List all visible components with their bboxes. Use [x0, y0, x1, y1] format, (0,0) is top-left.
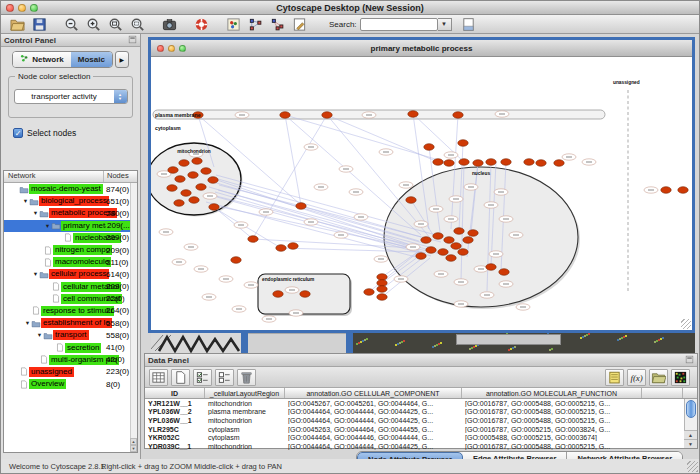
scrollbar-thumb[interactable] — [686, 400, 696, 418]
tree-row-nucleobase-[interactable]: nucleobase-209(0) — [4, 232, 137, 244]
column-header-id[interactable]: ID — [145, 388, 205, 398]
minimize-button[interactable] — [168, 45, 175, 52]
network-node[interactable] — [377, 280, 387, 287]
tree-row-nitrogen-compo[interactable]: nitrogen compo209(0) — [4, 244, 137, 256]
tree-row-multi-organism-pro[interactable]: multi-organism pro42(0) — [4, 354, 137, 366]
network-node[interactable] — [322, 112, 332, 119]
tree-row-biological-process[interactable]: ▼biological_process651(0) — [4, 195, 137, 207]
network-view-window[interactable]: primary metabolic process plasma membran… — [148, 37, 695, 333]
network-node[interactable] — [501, 159, 511, 166]
network-node[interactable] — [433, 159, 443, 166]
network-node[interactable] — [300, 291, 310, 298]
table-scrollbar[interactable]: ▲ ▼ — [684, 399, 697, 448]
network-node[interactable] — [208, 177, 218, 184]
app-resize-grip[interactable] — [687, 461, 698, 472]
function-builder-button[interactable]: f(x) — [627, 369, 646, 386]
tree-col-nodes[interactable]: Nodes — [104, 171, 137, 182]
zoom-button[interactable] — [30, 4, 38, 12]
disclosure-triangle-icon[interactable]: ▼ — [22, 198, 29, 204]
network-node[interactable] — [554, 160, 564, 167]
network-node[interactable] — [168, 167, 178, 174]
network-node[interactable] — [192, 158, 202, 165]
network-node[interactable] — [416, 253, 426, 260]
float-panel-icon[interactable] — [685, 355, 694, 366]
network-node[interactable] — [536, 160, 546, 167]
network-node[interactable] — [296, 203, 306, 210]
network-node[interactable] — [444, 160, 454, 167]
annotation-button[interactable] — [289, 16, 309, 33]
disclosure-triangle-icon[interactable]: ▼ — [32, 271, 39, 277]
background-window-1[interactable] — [151, 333, 241, 354]
tree-row-cellular-process[interactable]: ▼cellular process614(0) — [4, 268, 137, 280]
network-node[interactable] — [438, 249, 448, 256]
unselect-attributes-button[interactable] — [215, 369, 234, 386]
network-node[interactable] — [468, 230, 478, 237]
tree-row-secretion[interactable]: secretion41(0) — [4, 341, 137, 353]
network-node[interactable] — [377, 286, 387, 293]
network-node[interactable] — [454, 228, 464, 235]
tree-row-response-to-stimulu[interactable]: response to stimulu264(0) — [4, 305, 137, 317]
tab-network-attribute-browser[interactable]: Network Attribute Browser — [567, 452, 682, 459]
network-window-titlebar[interactable]: primary metabolic process — [151, 40, 692, 57]
network-node[interactable] — [458, 249, 468, 256]
tree-row-establishment-of-lo[interactable]: ▼establishment of lo558(0) — [4, 317, 137, 329]
network-node[interactable] — [273, 291, 283, 298]
table-row-ykr052c[interactable]: YKR052Ccytoplasm[GO:0044464, GO:0044446,… — [145, 433, 697, 442]
network-node[interactable] — [524, 159, 534, 166]
import-attributes-button[interactable] — [649, 369, 668, 386]
network-node[interactable] — [661, 187, 671, 194]
select-nodes-checkbox[interactable]: ✓ — [13, 128, 23, 138]
network-node[interactable] — [451, 243, 461, 250]
zoom-in-button[interactable] — [83, 16, 103, 33]
layout-grid-button[interactable] — [245, 16, 265, 33]
close-button[interactable] — [157, 45, 164, 52]
tab-network[interactable]: Network — [13, 52, 71, 67]
tree-row-transport[interactable]: ▼transport558(0) — [4, 329, 137, 341]
network-node[interactable] — [446, 255, 456, 262]
node-color-dropdown[interactable]: transporter activity ▲▼ — [14, 89, 128, 104]
tree-row-primary-metabo[interactable]: ▼primary metabo209(... — [4, 220, 137, 232]
tree-row-metabolic-process[interactable]: ▼metabolic process280(0) — [4, 207, 137, 219]
search-input[interactable] — [360, 18, 438, 31]
column-header-region[interactable]: _cellularLayoutRegion — [205, 388, 285, 398]
network-node[interactable] — [426, 247, 436, 254]
network-node[interactable] — [209, 204, 219, 211]
tree-row-macromolecule[interactable]: macromolecule311(0) — [4, 256, 137, 268]
vizmapper-button[interactable] — [223, 16, 243, 33]
network-node[interactable] — [175, 176, 185, 183]
tree-col-network[interactable]: Network — [4, 171, 104, 182]
table-row-ydr039c__1[interactable]: YDR039C__1mitochondrion[GO:0044464, GO:0… — [145, 442, 697, 451]
tree-row-cell-communicat[interactable]: cell communicat22(0) — [4, 293, 137, 305]
tab-edge-attribute-browser[interactable]: Edge Attribute Browser — [463, 452, 567, 459]
network-node[interactable] — [678, 187, 688, 194]
attribute-editor-button[interactable] — [605, 369, 624, 386]
help-button[interactable] — [191, 16, 211, 33]
network-node[interactable] — [188, 172, 198, 179]
network-node[interactable] — [499, 269, 509, 276]
attribute-matrix-button[interactable] — [671, 369, 690, 386]
zoom-out-button[interactable] — [61, 16, 81, 33]
network-graph[interactable]: plasma membranecytoplasmmitochondrionnuc… — [151, 57, 692, 330]
table-row-ylr295c[interactable]: YLR295Ccytoplasm[GO:0045263, GO:0044464,… — [145, 425, 697, 434]
network-node[interactable] — [453, 112, 463, 119]
network-node[interactable] — [377, 274, 387, 281]
network-node[interactable] — [280, 112, 290, 119]
disclosure-triangle-icon[interactable]: ▼ — [24, 320, 31, 326]
network-canvas[interactable]: plasma membranecytoplasmmitochondrionnuc… — [151, 57, 692, 330]
disclosure-triangle-icon[interactable]: ▼ — [36, 332, 43, 338]
column-header-cellular-component[interactable]: annotation.GO CELLULAR_COMPONENT — [285, 388, 462, 398]
network-node[interactable] — [459, 159, 469, 166]
new-attribute-button[interactable] — [171, 369, 190, 386]
network-node[interactable] — [486, 159, 496, 166]
layout-spring-button[interactable] — [267, 16, 287, 33]
network-node[interactable] — [364, 289, 374, 296]
disclosure-triangle-icon[interactable]: ▼ — [32, 210, 39, 216]
tab-scroll-right-button[interactable]: ▶ — [115, 51, 129, 68]
scroll-down-icon[interactable]: ▼ — [684, 439, 697, 448]
minimize-button[interactable] — [18, 4, 26, 12]
table-row-ypl036w__1[interactable]: YPL036W__1mitochondrion[GO:0044464, GO:0… — [145, 416, 697, 425]
network-node[interactable] — [458, 140, 468, 147]
tab-mosaic[interactable]: Mosaic — [71, 52, 112, 67]
scroll-up-icon[interactable]: ▲ — [130, 438, 137, 445]
tree-row-cellular-metabol[interactable]: cellular metabol209(0) — [4, 281, 137, 293]
